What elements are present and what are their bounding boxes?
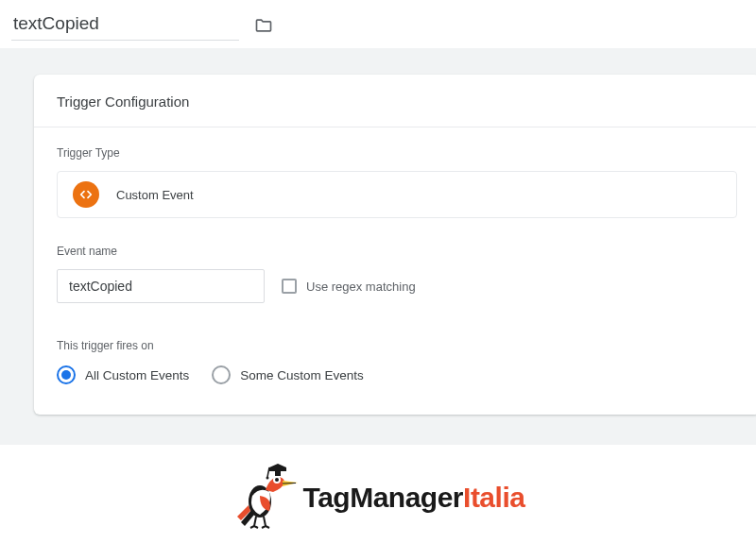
trigger-type-label: Custom Event — [116, 188, 194, 202]
folder-icon[interactable] — [254, 16, 273, 35]
brand-text: TagManagerItalia — [303, 482, 525, 514]
svg-point-5 — [275, 478, 279, 482]
title-bar — [0, 0, 756, 48]
regex-checkbox-wrap[interactable]: Use regex matching — [282, 279, 416, 294]
radio-all-label: All Custom Events — [85, 368, 189, 382]
woodpecker-icon — [232, 458, 298, 537]
radio-all-indicator — [57, 365, 76, 384]
trigger-type-selector[interactable]: Custom Event — [57, 171, 737, 218]
svg-line-2 — [267, 467, 269, 477]
fires-on-section-label: This trigger fires on — [57, 339, 737, 352]
footer-logo: TagManagerItalia — [0, 445, 756, 537]
event-name-section-label: Event name — [57, 245, 737, 258]
custom-event-icon — [73, 181, 99, 208]
radio-some-label: Some Custom Events — [240, 368, 364, 382]
svg-point-3 — [266, 477, 268, 480]
brand-part1: TagManager — [303, 482, 463, 513]
radio-some-custom-events[interactable]: Some Custom Events — [212, 365, 364, 384]
fires-on-radio-group: All Custom Events Some Custom Events — [57, 365, 737, 384]
card-header: Trigger Configuration — [34, 75, 756, 127]
content-area: Trigger Configuration Trigger Type Custo… — [0, 48, 756, 445]
trigger-name-input[interactable] — [11, 9, 239, 41]
svg-line-6 — [283, 484, 296, 484]
event-name-row: Use regex matching — [57, 269, 737, 303]
card-body: Trigger Type Custom Event Event name Use… — [34, 127, 756, 407]
event-name-input[interactable] — [57, 269, 265, 303]
trigger-config-card: Trigger Configuration Trigger Type Custo… — [34, 75, 756, 415]
regex-checkbox[interactable] — [282, 279, 297, 294]
radio-some-indicator — [212, 365, 231, 384]
radio-all-custom-events[interactable]: All Custom Events — [57, 365, 189, 384]
svg-rect-1 — [275, 471, 281, 476]
trigger-type-section-label: Trigger Type — [57, 146, 737, 160]
brand-part2: Italia — [463, 482, 524, 513]
regex-checkbox-label: Use regex matching — [306, 280, 416, 294]
